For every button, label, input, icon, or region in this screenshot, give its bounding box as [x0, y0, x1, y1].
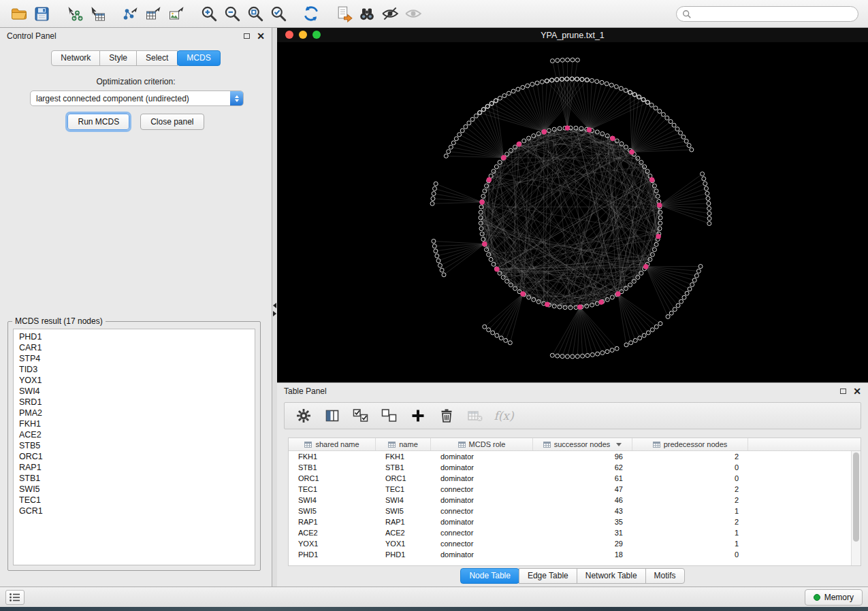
table-row[interactable]: ORC1ORC1dominator610 [289, 473, 851, 484]
search-input[interactable] [695, 10, 858, 19]
column-header-predecessor-nodes[interactable]: predecessor nodes [632, 438, 748, 450]
export-table-icon[interactable] [142, 3, 165, 24]
zoom-fit-icon[interactable] [244, 3, 267, 24]
open-file-icon[interactable] [7, 3, 30, 24]
zoom-in-icon[interactable] [197, 3, 221, 24]
tab-node-table[interactable]: Node Table [460, 568, 519, 584]
mcds-result-node[interactable]: SWI4 [19, 386, 255, 397]
table-cell: 61 [533, 473, 632, 484]
table-cell [748, 538, 851, 549]
table-cell: RAP1 [289, 516, 376, 527]
mcds-result-list[interactable]: PHD1CAR1STP4TID3YOX1SWI4SRD1PMA2FKH1ACE2… [13, 329, 255, 565]
table-row[interactable]: SWI5SWI5connector431 [289, 506, 851, 516]
select-all-icon[interactable] [350, 406, 372, 426]
scrollbar-thumb[interactable] [853, 452, 859, 542]
mcds-result-node[interactable]: TEC1 [19, 495, 255, 506]
mcds-result-node[interactable]: STB5 [19, 440, 255, 451]
import-network-icon[interactable] [63, 3, 86, 24]
float-table-panel-icon[interactable] [840, 389, 846, 394]
table-cell: SWI5 [376, 506, 431, 516]
deselect-all-icon[interactable] [379, 406, 400, 426]
tab-motifs[interactable]: Motifs [645, 568, 685, 584]
tab-network-table[interactable]: Network Table [577, 568, 646, 584]
memory-button[interactable]: Memory [805, 589, 863, 606]
show-columns-icon[interactable] [321, 406, 343, 426]
mcds-result-node[interactable]: CAR1 [19, 342, 255, 353]
table-cell [748, 516, 851, 527]
mcds-result-node[interactable]: STB1 [19, 473, 255, 484]
delete-table-icon[interactable] [464, 406, 486, 426]
column-header-shared-name[interactable]: shared name [289, 438, 376, 450]
desktop-background [0, 607, 868, 611]
expand-right-icon[interactable] [273, 311, 276, 316]
settings-gear-icon[interactable] [293, 406, 315, 426]
mcds-result-node[interactable]: STP4 [19, 353, 255, 364]
table-cell [748, 506, 851, 516]
table-row[interactable]: ACE2ACE2connector311 [289, 527, 851, 538]
show-eye-icon[interactable] [402, 3, 425, 24]
window-close-icon[interactable] [285, 31, 293, 39]
mcds-result-node[interactable]: FKH1 [19, 418, 255, 429]
table-row[interactable]: RAP1RAP1dominator352 [289, 516, 851, 527]
mcds-result-node[interactable]: PMA2 [19, 408, 255, 418]
table-row[interactable]: YOX1YOX1connector291 [289, 538, 851, 549]
window-minimize-icon[interactable] [299, 31, 307, 39]
table-tabs: Node Table Edge Table Network Table Moti… [277, 568, 868, 584]
window-zoom-icon[interactable] [312, 31, 321, 39]
table-cell [748, 484, 851, 495]
float-panel-icon[interactable] [244, 33, 250, 39]
column-header-mcds-role[interactable]: MCDS role [431, 438, 533, 450]
network-canvas[interactable] [277, 42, 868, 382]
table-row[interactable]: STB1STB1dominator620 [289, 462, 851, 473]
table-cell: 1 [632, 538, 748, 549]
share-document-icon[interactable] [332, 3, 355, 24]
table-row[interactable]: TEC1TEC1connector472 [289, 484, 851, 495]
close-table-panel-icon[interactable]: ✕ [853, 386, 861, 396]
column-header-successor-nodes[interactable]: successor nodes [533, 438, 632, 450]
export-image-icon[interactable] [165, 3, 188, 24]
apply-layout-icon[interactable] [300, 3, 323, 24]
mcds-result-node[interactable]: GCR1 [19, 506, 255, 516]
tab-edge-table[interactable]: Edge Table [519, 568, 577, 584]
delete-row-icon[interactable] [436, 406, 457, 426]
table-cell: ORC1 [289, 473, 376, 484]
table-row[interactable]: SWI4SWI4dominator462 [289, 495, 851, 506]
zoom-selected-icon[interactable] [267, 3, 290, 24]
run-mcds-button[interactable]: Run MCDS [67, 114, 129, 130]
function-builder-icon[interactable]: f(x) [493, 406, 515, 426]
sort-descending-icon[interactable] [616, 443, 622, 446]
export-network-icon[interactable] [118, 3, 142, 24]
column-header-name[interactable]: name [376, 438, 431, 450]
mcds-result-node[interactable]: RAP1 [19, 462, 255, 473]
mcds-result-node[interactable]: PHD1 [19, 331, 255, 342]
table-cell: connector [431, 527, 533, 538]
table-row[interactable]: FKH1FKH1dominator962 [289, 451, 851, 462]
close-panel-icon[interactable]: ✕ [257, 31, 265, 41]
binoculars-icon[interactable] [355, 3, 379, 24]
mcds-result-node[interactable]: ACE2 [19, 429, 255, 440]
import-table-icon[interactable] [86, 3, 109, 24]
tab-network[interactable]: Network [51, 50, 100, 66]
mcds-result-node[interactable]: ORC1 [19, 451, 255, 462]
table-scrollbar[interactable] [851, 451, 861, 565]
mcds-result-node[interactable]: SWI5 [19, 484, 255, 495]
table-cell: 2 [632, 484, 748, 495]
search-field[interactable] [676, 6, 858, 22]
optimization-criterion-select[interactable]: largest connected component (undirected) [30, 90, 244, 106]
mcds-result-node[interactable]: SRD1 [19, 397, 255, 408]
close-panel-button[interactable]: Close panel [140, 114, 204, 130]
hide-eye-icon[interactable] [379, 3, 402, 24]
vertical-splitter[interactable] [272, 28, 277, 587]
tab-select[interactable]: Select [136, 50, 178, 66]
collapse-left-icon[interactable] [273, 303, 276, 308]
tab-style[interactable]: Style [99, 50, 137, 66]
toolbar-separator [323, 14, 332, 14]
tab-mcds[interactable]: MCDS [177, 50, 220, 66]
task-history-button[interactable] [5, 590, 25, 605]
mcds-result-node[interactable]: TID3 [19, 364, 255, 375]
zoom-out-icon[interactable] [221, 3, 244, 24]
mcds-result-node[interactable]: YOX1 [19, 375, 255, 386]
save-session-icon[interactable] [30, 3, 53, 24]
add-row-icon[interactable] [407, 406, 429, 426]
table-row[interactable]: PHD1PHD1dominator180 [289, 549, 851, 560]
